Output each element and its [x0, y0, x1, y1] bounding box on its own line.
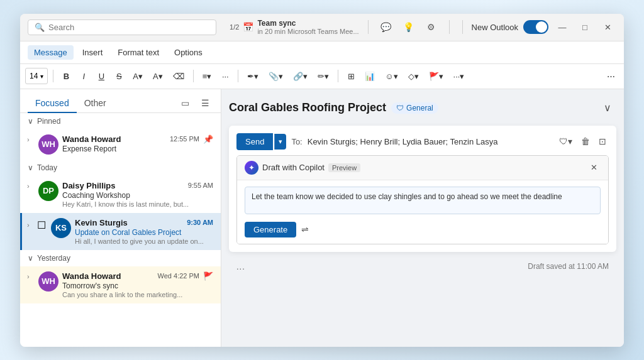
- copilot-actions: Generate ⇌: [245, 222, 601, 237]
- yesterday-section-header[interactable]: ∨ Yesterday: [20, 250, 221, 266]
- new-outlook-toggle[interactable]: [523, 20, 548, 34]
- divider2: [193, 70, 194, 82]
- more-button-bottom[interactable]: ...: [236, 262, 245, 271]
- copilot-body: Generate ⇌: [237, 180, 608, 244]
- preview-daisy: Hey Katri, I know this is last minute, b…: [62, 200, 201, 208]
- strikethrough-button[interactable]: S: [111, 68, 126, 84]
- generate-button[interactable]: Generate: [245, 222, 296, 237]
- search-icon: 🔍: [35, 23, 45, 32]
- expand-arrow-kevin: ›: [27, 221, 35, 229]
- delete-icon[interactable]: 🗑: [579, 135, 592, 148]
- menu-insert[interactable]: Insert: [76, 45, 109, 60]
- team-sync-info: 1/2 📅 Team sync in 20 min Microsoft Team…: [230, 19, 358, 35]
- copilot-close-button[interactable]: ✕: [587, 161, 601, 175]
- attach-button[interactable]: 📎▾: [265, 68, 287, 84]
- sender-wanda-pinned: Wanda Howard: [62, 134, 121, 144]
- channel-name: General: [406, 104, 433, 112]
- email-details-kevin: Kevin Sturgis 9:30 AM Update on Coral Ga…: [75, 218, 213, 245]
- email-item-kevin[interactable]: › ☐ KS Kevin Sturgis 9:30 AM Update on C…: [20, 213, 221, 250]
- send-button-group: Send ▾: [236, 133, 286, 150]
- collapse-button[interactable]: ∨: [599, 99, 616, 117]
- chat-icon[interactable]: 💬: [377, 18, 395, 36]
- search-input[interactable]: [48, 23, 209, 32]
- divider3: [238, 70, 238, 82]
- highlight-button[interactable]: A▾: [129, 68, 147, 84]
- sidebar: Focused Other ▭ ☰ ∨ Pinned › WH: [20, 89, 221, 347]
- lightbulb-icon[interactable]: 💡: [400, 18, 418, 36]
- shield-icon: 🛡: [396, 104, 404, 112]
- link-button[interactable]: 🔗▾: [289, 68, 311, 84]
- font-name: 14: [30, 72, 38, 80]
- recipients-field[interactable]: Kevin Sturgis; Henry Brill; Lydia Bauer;…: [308, 137, 552, 146]
- email-left-daisy: ›: [27, 181, 35, 190]
- adjust-icon[interactable]: ⇌: [301, 224, 309, 234]
- copilot-header: ✦ Draft with Copilot Preview ✕: [237, 156, 608, 180]
- font-color-button[interactable]: A▾: [149, 68, 167, 84]
- more-format-button[interactable]: ···: [218, 68, 233, 84]
- signature-button[interactable]: ✒▾: [243, 68, 262, 84]
- avatar-daisy: DP: [38, 181, 58, 201]
- compose-area: Send ▾ To: Kevin Sturgis; Henry Brill; L…: [229, 126, 616, 252]
- email-item-daisy[interactable]: › DP Daisy Phillips 9:55 AM Coaching Wor…: [20, 176, 221, 213]
- tab-icons: ▭ ☰: [177, 95, 213, 111]
- email-item-wanda-pinned[interactable]: › WH Wanda Howard 12:55 PM Expense Repor…: [20, 129, 221, 160]
- expand-arrow-sync: ›: [27, 273, 35, 280]
- menu-message[interactable]: Message: [28, 45, 74, 60]
- emoji-button[interactable]: ☺▾: [381, 68, 401, 84]
- expand-arrow-1: ›: [27, 136, 35, 143]
- draw-button[interactable]: ✏▾: [314, 68, 333, 84]
- expand-compose-icon[interactable]: ⊡: [596, 135, 609, 148]
- email-view-title: Coral Gables Roofing Project: [229, 101, 386, 114]
- copilot-icon: ✦: [245, 161, 258, 175]
- copilot-title: Draft with Copilot: [262, 163, 325, 172]
- filter-icon[interactable]: ☰: [197, 95, 213, 111]
- font-selector[interactable]: 14 ▾: [25, 68, 48, 84]
- menu-options[interactable]: Options: [168, 45, 209, 60]
- maximize-button[interactable]: □: [576, 18, 594, 36]
- time-wanda-sync: Wed 4:22 PM: [158, 272, 199, 280]
- underline-button[interactable]: U: [94, 68, 109, 84]
- table-button[interactable]: ⊞: [343, 68, 358, 84]
- flag-icon-wanda: 🚩: [203, 271, 213, 281]
- italic-button[interactable]: I: [76, 68, 91, 84]
- tab-focused[interactable]: Focused: [28, 94, 77, 113]
- copilot-input[interactable]: [245, 187, 601, 214]
- security-icon[interactable]: 🛡▾: [557, 135, 575, 148]
- title-bar: 🔍 1/2 📅 Team sync in 20 min Microsoft Te…: [20, 14, 624, 41]
- sync-subtitle: in 20 min Microsoft Teams Mee...: [257, 28, 358, 35]
- send-dropdown-button[interactable]: ▾: [274, 134, 286, 150]
- flag-button[interactable]: 🚩▾: [425, 68, 447, 84]
- separator: [368, 20, 369, 34]
- tab-other[interactable]: Other: [77, 94, 114, 113]
- chart-button[interactable]: 📊: [361, 68, 379, 84]
- minimize-button[interactable]: —: [553, 18, 571, 36]
- search-box[interactable]: 🔍: [28, 19, 216, 35]
- subject-daisy: Coaching Workshop: [62, 191, 213, 200]
- email-left-kevin: › ☐: [27, 218, 47, 231]
- avatar-wanda-sync: WH: [38, 271, 58, 292]
- email-view-header: Coral Gables Roofing Project 🛡 General ∨: [229, 97, 616, 119]
- send-button[interactable]: Send: [236, 133, 273, 150]
- checkbox-kevin[interactable]: ☐: [37, 219, 47, 231]
- email-item-wanda-sync[interactable]: › WH Wanda Howard Wed 4:22 PM Tomorrow's…: [20, 266, 221, 303]
- settings-icon[interactable]: ⚙: [423, 18, 440, 36]
- today-section-header[interactable]: ∨ Today: [20, 160, 221, 176]
- sync-details: Team sync in 20 min Microsoft Teams Mee.…: [257, 19, 358, 35]
- shapes-button[interactable]: ◇▾: [404, 68, 423, 84]
- pinned-section-header[interactable]: ∨ Pinned: [20, 113, 221, 129]
- reading-pane-icon[interactable]: ▭: [177, 95, 193, 111]
- new-outlook-label: New Outlook: [472, 23, 518, 32]
- email-left-sync: ›: [27, 271, 35, 280]
- subject-kevin: Update on Coral Gables Project: [75, 228, 213, 237]
- line-spacing-button[interactable]: ≡▾: [199, 68, 216, 84]
- preview-kevin: Hi all, I wanted to give you an update o…: [75, 237, 213, 245]
- more-options[interactable]: ⋯: [603, 68, 619, 84]
- menu-format-text[interactable]: Format text: [111, 45, 165, 60]
- draft-saved-label: Draft saved at 11:00 AM: [528, 262, 609, 271]
- bold-button[interactable]: B: [58, 68, 74, 84]
- clear-format-button[interactable]: ⌫: [169, 68, 188, 84]
- pin-icon: 📌: [203, 134, 213, 144]
- more-button[interactable]: ···▾: [450, 68, 469, 84]
- email-details-wanda-pinned: Wanda Howard 12:55 PM Expense Report: [62, 134, 199, 153]
- close-button[interactable]: ✕: [599, 18, 616, 36]
